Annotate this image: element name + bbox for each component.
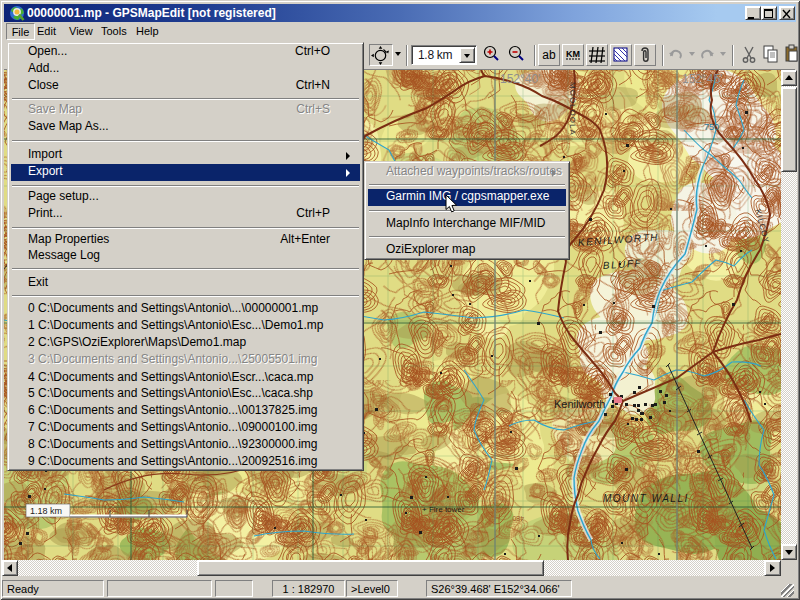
svg-text:152°40': 152°40' <box>500 72 540 86</box>
svg-text:152°45': 152°45' <box>682 72 722 86</box>
svg-text:750: 750 <box>704 122 719 132</box>
svg-text:+ Fire tower: + Fire tower <box>422 505 465 514</box>
svg-text:1.18 km: 1.18 km <box>30 506 62 516</box>
svg-text:320: 320 <box>264 519 276 526</box>
svg-text:KM: KM <box>566 49 580 59</box>
svg-text:480: 480 <box>512 515 524 522</box>
svg-text:MOUNT WALLI: MOUNT WALLI <box>603 493 689 504</box>
svg-text:Kenilworth: Kenilworth <box>554 398 605 410</box>
svg-text:MOOLOOLA: MOOLOOLA <box>568 82 577 136</box>
